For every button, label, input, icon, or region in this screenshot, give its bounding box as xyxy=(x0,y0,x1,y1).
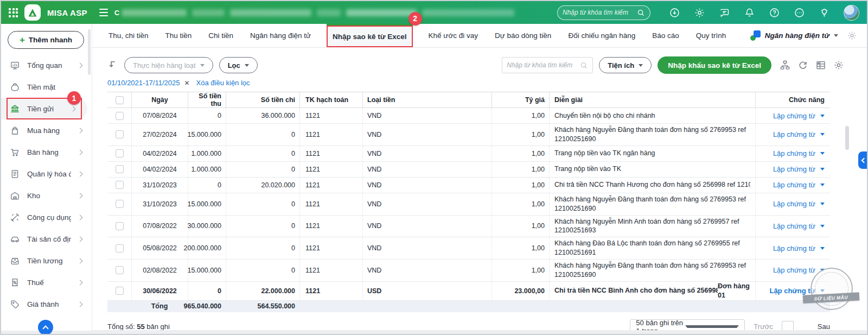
table-search-input[interactable] xyxy=(507,61,580,69)
row-checkbox[interactable] xyxy=(116,149,124,157)
sidebar-item[interactable]: Tiền lương xyxy=(1,250,92,271)
create-voucher-button[interactable]: Lập chứng từ xyxy=(773,165,825,173)
column-header-amount-out[interactable]: Số tiền chi xyxy=(226,92,299,108)
tab[interactable]: Dự báo dòng tiền xyxy=(494,24,552,47)
column-header-date[interactable]: Ngày xyxy=(131,92,188,108)
cell-amount-in: 1.000.000 xyxy=(188,162,226,177)
column-header-actions[interactable]: Chức năng xyxy=(755,92,830,108)
remove-filter-icon[interactable]: ✕ xyxy=(184,79,190,87)
import-arrow-icon[interactable] xyxy=(107,60,118,71)
cell-date: 07/08/2024 xyxy=(131,108,188,123)
settings-gear-icon[interactable] xyxy=(694,7,705,18)
chevron-down-icon xyxy=(820,168,825,170)
cell-amount-out: 22.000.000 xyxy=(226,282,299,300)
create-voucher-button[interactable]: Lập chứng từ xyxy=(773,200,825,208)
whats-new-bulb-icon[interactable] xyxy=(819,7,830,18)
filter-dropdown[interactable]: Lọc xyxy=(219,57,258,73)
menu-toggle-icon[interactable] xyxy=(99,9,108,16)
cell-currency: VND xyxy=(362,162,492,177)
row-checkbox[interactable] xyxy=(116,130,124,138)
tab[interactable]: Thu, chi tiền xyxy=(107,24,150,47)
import-statement-button[interactable]: Nhập khẩu sao kê từ Excel xyxy=(658,56,771,74)
tab[interactable]: Đối chiếu ngân hàng xyxy=(567,24,636,47)
sidebar-item[interactable]: Giá thành xyxy=(1,293,92,315)
quick-add-button[interactable]: + Thêm nhanh xyxy=(8,31,84,49)
column-header-rate[interactable]: Tỷ giá xyxy=(492,92,549,108)
create-voucher-button[interactable]: Lập chứng từ xyxy=(773,222,825,230)
table-row: 31/10/2023 0 20.020.000 1121 VND 1,00 Ch… xyxy=(107,178,830,193)
refresh-icon[interactable] xyxy=(797,60,808,71)
date-range-filter[interactable]: 01/10/2021-17/11/2025 xyxy=(107,79,180,87)
column-header-description[interactable]: Diễn giải xyxy=(549,92,755,108)
sidebar-item[interactable]: Mua hàng xyxy=(1,119,92,141)
workflow-icon[interactable] xyxy=(780,60,790,71)
cell-currency: VND xyxy=(362,260,492,281)
clear-filters-link[interactable]: Xóa điều kiện lọc xyxy=(196,79,250,87)
next-page-button[interactable]: Sau xyxy=(818,323,830,331)
workspace-switcher[interactable]: Ngân hàng điện tử xyxy=(765,31,829,40)
create-voucher-button[interactable]: Lập chứng từ xyxy=(769,287,825,295)
sidebar-item[interactable]: Thuế xyxy=(1,271,92,293)
sidebar-scrollbar[interactable] xyxy=(88,29,91,75)
create-voucher-button[interactable]: Lập chứng từ xyxy=(773,244,825,252)
sidebar-item[interactable]: Tài sản cố định xyxy=(1,228,92,250)
sidebar-item[interactable]: Tổng quan xyxy=(1,54,92,76)
sidebar-item[interactable]: Quản lý hóa đơn xyxy=(1,163,92,185)
tab[interactable]: Thu tiền xyxy=(164,24,193,47)
export-excel-icon[interactable] xyxy=(815,60,826,71)
sidebar-item-icon xyxy=(10,299,20,309)
global-search-input[interactable] xyxy=(563,9,637,16)
utilities-dropdown[interactable]: Tiện ích xyxy=(599,57,652,73)
workspace-settings-gear-icon[interactable] xyxy=(847,30,857,41)
column-header-currency[interactable]: Loại tiền xyxy=(362,92,492,108)
tab[interactable]: Báo cáo xyxy=(651,24,680,47)
download-icon[interactable] xyxy=(669,7,680,18)
cell-description: Khách hàng Nguyễn Đăng thanh toán đơn hà… xyxy=(549,260,755,281)
collapse-panel-handle[interactable] xyxy=(858,151,868,169)
row-checkbox[interactable] xyxy=(116,200,124,208)
chevron-left-icon xyxy=(861,157,867,163)
cell-description: Trang nộp tiền vào TK ngân hàng xyxy=(549,146,755,161)
select-all-checkbox[interactable] xyxy=(116,96,124,104)
create-voucher-button[interactable]: Lập chứng từ xyxy=(773,181,825,189)
row-checkbox[interactable] xyxy=(116,112,124,120)
more-options-icon[interactable] xyxy=(794,7,805,18)
table-row: 07/08/2022 30.000.000 0 1121 VND 1,00 Kh… xyxy=(107,216,830,238)
table-settings-gear-icon[interactable] xyxy=(833,60,844,71)
tab[interactable]: Quy trình xyxy=(695,24,727,47)
vertical-scrollbar-thumb[interactable] xyxy=(845,126,849,150)
tab[interactable]: Chi tiền xyxy=(207,24,234,47)
misa-logo[interactable] xyxy=(24,4,41,21)
sidebar-item[interactable]: Công cụ dụng cụ xyxy=(1,206,92,228)
create-voucher-button[interactable]: Lập chứng từ xyxy=(773,112,825,120)
chevron-down-icon xyxy=(685,325,739,328)
cell-currency: VND xyxy=(362,146,492,161)
help-icon[interactable] xyxy=(769,7,780,18)
create-voucher-button[interactable]: Lập chứng từ xyxy=(773,130,825,138)
tab[interactable]: Nhập sao kê từ Excel 2 xyxy=(327,24,413,48)
row-checkbox[interactable] xyxy=(116,266,124,274)
row-checkbox[interactable] xyxy=(116,165,124,173)
app-grid-icon[interactable] xyxy=(9,8,18,17)
row-checkbox[interactable] xyxy=(116,181,124,189)
cell-currency: VND xyxy=(362,193,492,215)
row-checkbox[interactable] xyxy=(116,287,124,295)
chat-icon[interactable] xyxy=(719,7,730,18)
column-header-account[interactable]: TK hạch toán xyxy=(299,92,362,108)
batch-actions-dropdown[interactable]: Thực hiện hàng loạt xyxy=(124,57,213,73)
row-checkbox[interactable] xyxy=(116,222,124,230)
sidebar-item-label: Tiền lương xyxy=(27,257,71,265)
notifications-bell-icon[interactable] xyxy=(744,7,755,18)
sidebar-item[interactable]: Kho xyxy=(1,185,92,206)
create-voucher-button[interactable]: Lập chứng từ xyxy=(773,266,825,274)
sidebar-item[interactable]: Bán hàng xyxy=(1,141,92,163)
user-avatar[interactable] xyxy=(844,5,859,21)
row-checkbox[interactable] xyxy=(116,244,124,252)
column-header-amount-in[interactable]: Số tiền thu xyxy=(188,92,226,108)
create-voucher-button[interactable]: Lập chứng từ xyxy=(773,149,825,157)
prev-page-button[interactable]: Trước xyxy=(754,323,773,331)
scroll-up-button[interactable] xyxy=(38,320,53,335)
tab[interactable]: Ngân hàng điện tử xyxy=(249,24,312,47)
tab[interactable]: Khế ước đi vay xyxy=(427,24,479,47)
sidebar-item[interactable]: Tiền gửi 1 xyxy=(1,98,87,119)
